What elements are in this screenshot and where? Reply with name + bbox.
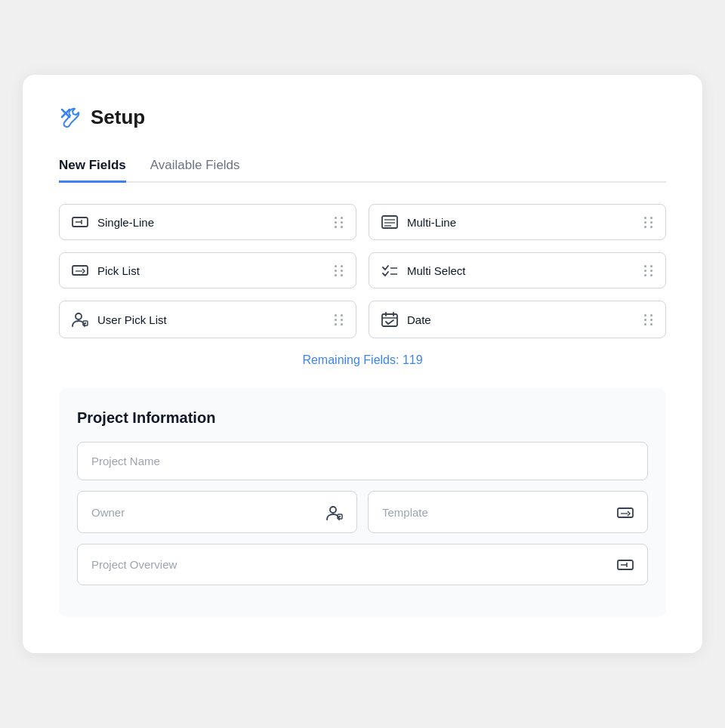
project-name-placeholder: Project Name	[91, 455, 160, 467]
setup-card: Setup New Fields Available Fields Single…	[23, 75, 702, 652]
field-type-single-line[interactable]: Single-Line	[59, 204, 356, 240]
owner-icon	[326, 504, 343, 520]
owner-placeholder: Owner	[91, 506, 125, 519]
drag-handle-user-pick-list	[335, 314, 344, 325]
svg-rect-17	[382, 314, 397, 326]
template-field[interactable]: Template	[368, 491, 648, 532]
date-icon	[381, 312, 398, 327]
svg-point-13	[76, 313, 82, 319]
project-overview-placeholder: Project Overview	[91, 558, 177, 571]
field-label-multi-select: Multi Select	[407, 264, 466, 277]
project-overview-field[interactable]: Project Overview	[77, 544, 648, 585]
multi-select-icon	[381, 264, 398, 277]
multi-line-icon	[381, 215, 398, 229]
drag-handle-single-line	[335, 217, 344, 228]
project-name-field[interactable]: Project Name	[77, 442, 648, 480]
field-type-date[interactable]: Date	[369, 301, 666, 338]
field-type-multi-select[interactable]: Multi Select	[369, 252, 666, 288]
pick-list-icon	[72, 264, 88, 277]
page-title: Setup	[91, 106, 145, 129]
project-overview-icon	[617, 557, 634, 572]
user-pick-list-icon	[72, 312, 88, 327]
tab-new-fields[interactable]: New Fields	[59, 150, 126, 183]
svg-rect-9	[72, 266, 88, 275]
field-label-multi-line: Multi-Line	[407, 216, 456, 229]
drag-handle-multi-line	[644, 217, 653, 228]
tab-available-fields[interactable]: Available Fields	[150, 150, 240, 183]
owner-field[interactable]: Owner	[77, 491, 357, 532]
wrench-icon	[59, 105, 82, 129]
drag-handle-pick-list	[335, 265, 344, 276]
owner-template-row: Owner Template	[77, 491, 648, 532]
field-type-user-pick-list[interactable]: User Pick List	[59, 301, 356, 338]
field-label-date: Date	[407, 313, 431, 326]
svg-point-21	[330, 507, 336, 513]
svg-rect-25	[618, 508, 633, 517]
tabs-container: New Fields Available Fields	[59, 150, 666, 183]
template-icon	[617, 504, 634, 520]
field-type-multi-line[interactable]: Multi-Line	[369, 204, 666, 240]
field-label-single-line: Single-Line	[97, 216, 154, 229]
template-placeholder: Template	[382, 506, 428, 519]
single-line-icon	[72, 215, 88, 229]
header: Setup	[59, 105, 666, 129]
field-label-pick-list: Pick List	[97, 264, 140, 277]
drag-handle-date	[644, 314, 653, 325]
section-title: Project Information	[77, 409, 648, 427]
field-types-grid: Single-Line Multi-Line	[59, 204, 666, 338]
project-information-section: Project Information Project Name Owner	[59, 388, 666, 616]
drag-handle-multi-select	[644, 265, 653, 276]
remaining-fields: Remaining Fields: 119	[59, 353, 666, 367]
field-label-user-pick-list: User Pick List	[97, 313, 167, 326]
field-type-pick-list[interactable]: Pick List	[59, 252, 356, 288]
